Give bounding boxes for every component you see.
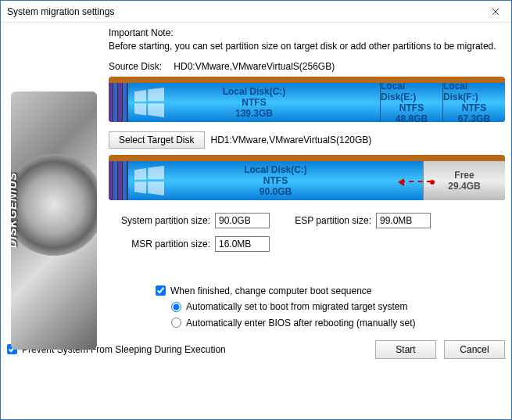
close-icon (492, 8, 499, 16)
esp-partition-size-input[interactable] (376, 213, 431, 228)
partition-fs: NTFS (242, 97, 266, 108)
change-boot-sequence-checkbox[interactable]: When finished, change computer boot sequ… (156, 283, 505, 299)
hard-drive-illustration: DISKGENIUS (11, 92, 97, 350)
start-button[interactable]: Start (375, 340, 436, 359)
enter-bios-label: Automatically enter BIOS after rebooting… (186, 315, 415, 331)
partition-size: 90.0GB (260, 186, 292, 197)
auto-boot-radio[interactable]: Automatically set to boot from migrated … (171, 299, 505, 314)
partition-size: 67.3GB (458, 113, 490, 122)
partition-f[interactable]: Local Disk(F:) NTFS 67.3GB (442, 83, 505, 122)
free-space[interactable]: Free 29.4GB (423, 161, 505, 200)
msr-partition-size-input[interactable] (215, 236, 270, 252)
note-heading: Important Note: (109, 27, 505, 38)
target-disk-bar[interactable]: Local Disk(C:) NTFS 90.0GB Free 29.4GB (109, 155, 505, 200)
close-button[interactable] (480, 1, 511, 23)
free-label: Free (454, 170, 474, 181)
enter-bios-input[interactable] (171, 318, 181, 328)
esp-partition-size-label: ESP partition size: (285, 215, 371, 226)
partition-size: 139.3GB (235, 108, 273, 119)
partition-e[interactable]: Local Disk(E:) NTFS 48.8GB (380, 83, 442, 122)
partition-name: Local Disk(F:) (443, 81, 505, 102)
brand-label: DISKGENIUS (11, 171, 19, 247)
partition-c[interactable]: Local Disk(C:) NTFS 139.3GB (127, 83, 380, 122)
free-size: 29.4GB (448, 181, 480, 192)
enter-bios-radio[interactable]: Automatically enter BIOS after rebooting… (171, 315, 505, 331)
auto-boot-input[interactable] (171, 302, 181, 312)
target-disk-value: HD1:VMware,VMwareVirtualS(120GB) (211, 135, 372, 145)
select-target-disk-button[interactable]: Select Target Disk (109, 131, 205, 149)
partition-fs: NTFS (263, 175, 288, 186)
change-boot-sequence-label: When finished, change computer boot sequ… (170, 283, 372, 299)
source-disk-value: HD0:VMware,VMwareVirtualS(256GB) (174, 61, 335, 72)
system-partition-size-label: System partition size: (109, 215, 210, 226)
change-boot-sequence-input[interactable] (156, 285, 166, 296)
partition-size: 48.8GB (396, 113, 428, 122)
source-disk-bar[interactable]: Local Disk(C:) NTFS 139.3GB Local Disk(E… (109, 77, 505, 122)
sidebar-image: DISKGENIUS (7, 27, 101, 413)
cancel-button[interactable]: Cancel (444, 340, 505, 359)
window-title: System migration settings (7, 6, 114, 17)
resize-arrow-icon (400, 181, 431, 182)
partition-name: Local Disk(E:) (381, 81, 442, 102)
msr-partition-size-label: MSR partition size: (109, 239, 210, 249)
partition-fs: NTFS (399, 102, 424, 113)
auto-boot-label: Automatically set to boot from migrated … (186, 299, 407, 314)
source-disk-label: Source Disk: (109, 61, 171, 72)
partition-fs: NTFS (462, 102, 486, 113)
note-text: Before starting, you can set partition s… (109, 40, 505, 53)
target-partition-c[interactable]: Local Disk(C:) NTFS 90.0GB (127, 161, 423, 200)
system-partition-size-input[interactable] (215, 213, 270, 228)
partition-name: Local Disk(C:) (223, 86, 286, 97)
partition-name: Local Disk(C:) (244, 164, 307, 175)
